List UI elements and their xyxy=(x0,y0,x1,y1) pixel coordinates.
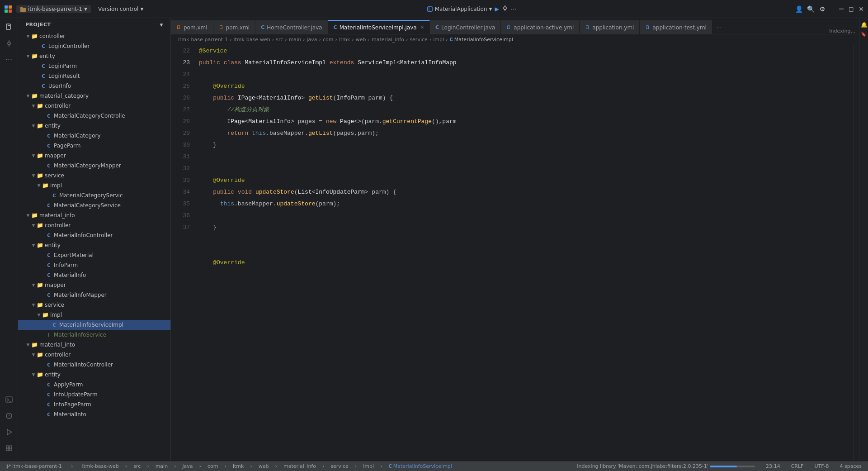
tree-item-info-parm[interactable]: C InfoParm xyxy=(18,260,170,270)
files-icon[interactable] xyxy=(2,20,16,34)
close-button[interactable]: ✕ xyxy=(858,6,864,12)
tree-item-minto-controller-class[interactable]: C MaterialIntoController xyxy=(18,360,170,370)
tree-item-material-info-class[interactable]: C MaterialInfo xyxy=(18,270,170,280)
tree-item-login-parm[interactable]: C LoginParm xyxy=(18,61,170,71)
tree-item-material-info-service[interactable]: I MaterialInfoService xyxy=(18,330,170,340)
search-icon[interactable]: 🔍 xyxy=(807,6,814,12)
tree-item-controller[interactable]: ▼ 📁 controller xyxy=(18,31,170,41)
tab-application-test[interactable]: 🗒 application-test.yml xyxy=(640,20,712,34)
breadcrumb-item[interactable]: itmk xyxy=(339,37,350,43)
tab-pom-xml-2[interactable]: 🗒 pom.xml xyxy=(213,20,256,34)
tree-item-mi-controller-class[interactable]: C MaterialInfoController xyxy=(18,230,170,240)
tree-item-mc-service[interactable]: ▼ 📁 service xyxy=(18,171,170,181)
notifications-icon[interactable]: 🔔 xyxy=(861,22,867,28)
status-breadcrumb-impl[interactable]: impl xyxy=(360,461,377,471)
breadcrumb-item[interactable]: itmk-base-parrent-1 xyxy=(178,37,228,43)
version-control-button[interactable]: Version control ▼ xyxy=(94,5,147,13)
tree-item-mi-entity[interactable]: ▼ 📁 entity xyxy=(18,240,170,250)
status-line-ending[interactable]: CRLF xyxy=(788,461,807,471)
tree-item-mi-service[interactable]: ▼ 📁 service xyxy=(18,300,170,310)
bookmarks-icon[interactable]: 🔖 xyxy=(861,32,867,38)
terminal-icon[interactable] xyxy=(2,392,16,407)
account-icon[interactable]: 👤 xyxy=(796,6,802,12)
code-editor[interactable]: 22 23 24 25 26 27 28 29 30 31 32 33 34 3… xyxy=(171,45,859,461)
status-breadcrumb-2[interactable]: src xyxy=(131,461,143,471)
breadcrumb-item[interactable]: itmk-base-web xyxy=(233,37,270,43)
tree-item-mc-service-impl[interactable]: C MaterialCategoryServic xyxy=(18,190,170,200)
breadcrumb-item[interactable]: service xyxy=(410,37,427,43)
tab-application-active[interactable]: 🗒 application-active.yml xyxy=(501,20,580,34)
tab-material-info-service-impl[interactable]: C MaterialInfoServiceImpl.java ✕ xyxy=(328,20,430,34)
tree-item-into-page-parm[interactable]: C IntoPageParm xyxy=(18,400,170,409)
tab-close-button[interactable]: ✕ xyxy=(420,25,424,30)
tree-item-minto-entity[interactable]: ▼ 📁 entity xyxy=(18,370,170,380)
plugins-icon[interactable] xyxy=(2,441,16,456)
status-breadcrumb-1[interactable]: itmk-base-web xyxy=(79,461,121,471)
more-options-button[interactable]: ⋯ xyxy=(511,6,516,12)
restore-button[interactable]: □ xyxy=(848,6,854,12)
status-indent[interactable]: 4 spaces xyxy=(837,461,865,471)
tree-item-material-category[interactable]: ▼ 📁 material_category xyxy=(18,91,170,101)
code-content[interactable]: @Service public class MaterialInfoServic… xyxy=(195,45,854,461)
tree-item-user-info[interactable]: C UserInfo xyxy=(18,81,170,91)
breadcrumb-item[interactable]: java xyxy=(307,37,317,43)
tree-item-material-info[interactable]: ▼ 📁 material_info xyxy=(18,210,170,220)
breadcrumb-item[interactable]: material_info xyxy=(372,37,404,43)
tree-item-mc-mapper-class[interactable]: C MaterialCategoryMapper xyxy=(18,161,170,171)
tree-item-material-category-class[interactable]: C MaterialCategory xyxy=(18,131,170,141)
sidebar-tree[interactable]: ▼ 📁 controller C LoginController ▼ 📁 ent… xyxy=(18,31,170,461)
run-button[interactable]: ▶ xyxy=(495,6,499,12)
status-breadcrumb-7[interactable]: web xyxy=(256,461,272,471)
breadcrumb-item[interactable]: web xyxy=(356,37,366,43)
tree-item-mc-mapper[interactable]: ▼ 📁 mapper xyxy=(18,151,170,161)
breadcrumb-item-current[interactable]: C MaterialInfoServiceImpl xyxy=(449,37,513,43)
tree-item-material-into[interactable]: ▼ 📁 material_into xyxy=(18,340,170,350)
project-selector[interactable]: itmk-base-parrent-1 ▼ xyxy=(16,5,91,13)
tree-item-mc-controller-class[interactable]: C MaterialCategoryControlle xyxy=(18,111,170,121)
tree-item-mc-controller[interactable]: ▼ 📁 controller xyxy=(18,101,170,111)
tree-item-info-update-parm[interactable]: C InfoUpdateParm xyxy=(18,390,170,400)
breadcrumb-item[interactable]: impl xyxy=(433,37,444,43)
status-breadcrumb-6[interactable]: itmk xyxy=(230,461,246,471)
tree-item-apply-parm[interactable]: C ApplyParm xyxy=(18,380,170,390)
run-debug-icon[interactable] xyxy=(2,425,16,439)
tree-item-minto-controller[interactable]: ▼ 📁 controller xyxy=(18,350,170,360)
tree-item-entity[interactable]: ▼ 📁 entity xyxy=(18,51,170,61)
minimize-button[interactable]: − xyxy=(838,6,844,12)
status-breadcrumb-class[interactable]: C MaterialInfoServiceImpl xyxy=(386,461,455,471)
status-line-col[interactable]: 23:14 xyxy=(763,461,783,471)
tab-pom-xml-1[interactable]: 🗒 pom.xml xyxy=(171,20,213,34)
status-encoding[interactable]: UTF-8 xyxy=(811,461,831,471)
status-breadcrumb-8[interactable]: material_info xyxy=(281,461,319,471)
tab-more-button[interactable]: ⋯ xyxy=(712,20,725,34)
tree-item-login-controller[interactable]: C LoginController xyxy=(18,41,170,51)
tab-home-controller[interactable]: C HomeController.java xyxy=(255,20,328,34)
tree-item-mi-controller[interactable]: ▼ 📁 controller xyxy=(18,220,170,230)
status-breadcrumb-5[interactable]: com xyxy=(205,461,221,471)
tree-item-login-result[interactable]: C LoginResult xyxy=(18,71,170,81)
tree-item-mc-impl[interactable]: ▼ 📁 impl xyxy=(18,181,170,190)
more-activity-icon[interactable]: ··· xyxy=(2,52,16,67)
tree-item-mi-mapper[interactable]: ▼ 📁 mapper xyxy=(18,280,170,290)
tree-item-material-into-class[interactable]: C MaterialInto xyxy=(18,409,170,419)
tree-item-mi-impl[interactable]: ▼ 📁 impl xyxy=(18,310,170,320)
tree-item-mc-entity[interactable]: ▼ 📁 entity xyxy=(18,121,170,131)
breadcrumb-item[interactable]: src xyxy=(276,37,283,43)
status-breadcrumb-3[interactable]: main xyxy=(153,461,170,471)
tree-item-mi-mapper-class[interactable]: C MaterialInfoMapper xyxy=(18,290,170,300)
tab-application[interactable]: 🗒 application.yml xyxy=(580,20,640,34)
tree-item-export-material[interactable]: C ExportMaterial xyxy=(18,250,170,260)
commit-activity-icon[interactable] xyxy=(2,36,16,51)
breadcrumb-item[interactable]: com xyxy=(323,37,334,43)
status-git-branch[interactable]: itmk-base-parrent-1 xyxy=(4,461,65,471)
tree-item-page-parm[interactable]: C PageParm xyxy=(18,141,170,151)
tree-item-material-info-service-impl[interactable]: C MaterialInfoServiceImpl xyxy=(18,320,170,330)
settings-icon[interactable]: ⚙ xyxy=(819,6,826,12)
commit-button[interactable] xyxy=(502,5,508,13)
problems-icon[interactable] xyxy=(2,409,16,423)
status-breadcrumb-service[interactable]: service xyxy=(328,461,351,471)
breadcrumb-item[interactable]: main xyxy=(289,37,301,43)
tree-item-mc-service-interface[interactable]: C MaterialCategoryService xyxy=(18,200,170,210)
tab-login-controller[interactable]: C LoginController.java xyxy=(430,20,501,34)
status-breadcrumb-4[interactable]: java xyxy=(180,461,196,471)
